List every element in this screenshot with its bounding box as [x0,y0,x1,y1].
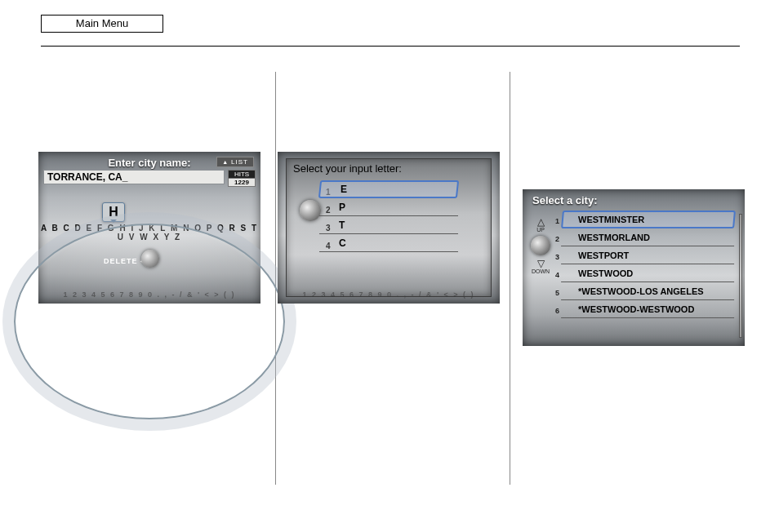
screen3-title: Select a city: [532,194,745,206]
column-divider-1 [275,72,276,485]
down-label: DOWN [531,268,550,274]
input-letter-option-2[interactable]: P [319,198,458,216]
keyboard-arc[interactable]: H A B C D E F G H I J K L M N O P Q R S … [38,191,260,304]
selected-letter-bubble: H [102,202,125,222]
city-row-5[interactable]: *WESTWOOD-LOS ANGELES [561,282,736,300]
dial-knob[interactable] [141,250,159,268]
hits-label: HITS [228,170,256,179]
select-city-screen: Select a city: △ UP ▽ DOWN 123456 WESTMI… [523,189,745,346]
up-label: UP [531,227,550,233]
city-row-1[interactable]: WESTMINSTER [561,211,736,228]
city-row-4[interactable]: WESTWOOD [561,264,736,282]
enter-city-name-screen: Enter city name: LIST TORRANCE, CA_ HITS… [38,152,260,304]
city-row-2[interactable]: WESTMORLAND [561,228,736,246]
input-letter-popup: Select your input letter: 1234 E P T C [286,158,492,297]
up-arrow-icon[interactable]: △ [531,217,550,227]
select-input-letter-screen: Select your input letter: 1234 E P T C 1… [278,152,500,304]
dial-knob[interactable] [300,200,321,221]
up-down-control[interactable]: △ UP ▽ DOWN [531,217,550,274]
hits-counter: HITS 1229 [228,170,256,187]
hits-value: 1229 [228,179,256,187]
input-letter-option-4[interactable]: C [319,234,458,252]
main-menu-button[interactable]: Main Menu [41,15,163,33]
keyboard-numbers-row[interactable]: 1 2 3 4 5 6 7 8 9 0 . , - / & ' < > ( ) [38,290,260,299]
city-row-numbers: 123456 [555,212,559,320]
city-row-3[interactable]: WESTPORT [561,246,736,264]
input-letter-option-1[interactable]: E [318,180,459,198]
input-letter-options: E P T C [319,180,458,252]
screen2-title: Select your input letter: [287,159,491,180]
column-divider-2 [510,72,510,485]
horizontal-rule [41,46,740,47]
input-letter-option-3[interactable]: T [319,216,458,234]
city-list-scrollbar[interactable] [739,214,742,338]
city-list: WESTMINSTER WESTMORLAND WESTPORT WESTWOO… [562,211,735,318]
city-row-6[interactable]: *WESTWOOD-WESTWOOD [561,300,736,318]
down-arrow-icon[interactable]: ▽ [531,259,550,268]
city-name-input[interactable]: TORRANCE, CA_ [43,170,225,184]
list-button[interactable]: LIST [216,157,254,167]
dial-knob[interactable] [531,236,550,255]
keyboard-numbers-row: 1 2 3 4 5 6 7 8 9 0 . , - / & ' < > ( ) [278,290,500,299]
